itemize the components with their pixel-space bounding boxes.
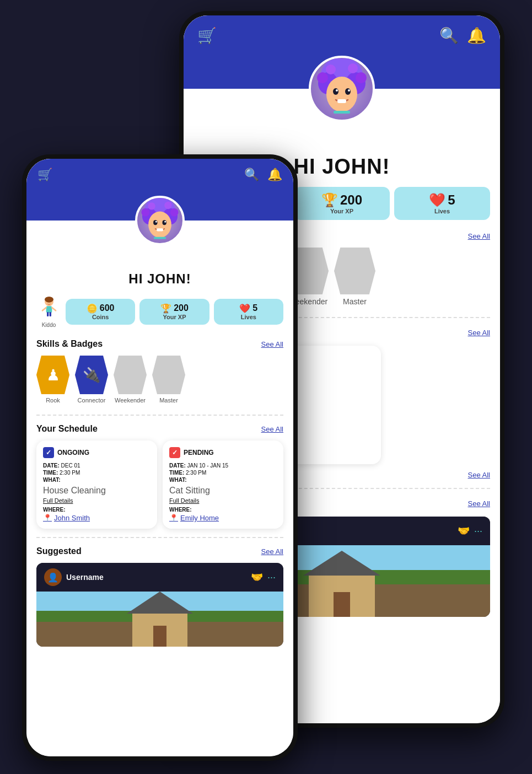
back-bell-icon[interactable]: 🔔 bbox=[467, 26, 486, 45]
svg-rect-30 bbox=[46, 306, 52, 313]
front-ongoing-date: DATE: DEC 01 bbox=[43, 463, 151, 469]
front-xp-label: Your XP bbox=[163, 314, 186, 320]
svg-point-7 bbox=[326, 77, 357, 112]
back-heart-icon[interactable]: 🤝 bbox=[458, 525, 470, 537]
front-kiddo: Kiddo bbox=[36, 295, 61, 328]
back-suggested-actions: 🤝 ··· bbox=[458, 525, 482, 537]
back-xp-icon: 🏆 bbox=[321, 192, 338, 208]
front-ongoing-location-pin: 📍 bbox=[43, 514, 52, 522]
front-ongoing-where[interactable]: 📍 John Smith bbox=[43, 514, 151, 522]
back-schedule-see-all[interactable]: See All bbox=[468, 329, 490, 337]
front-house-image bbox=[36, 592, 283, 647]
front-schedule-see-all[interactable]: See All bbox=[261, 425, 283, 433]
front-pending-what-label: WHAT: bbox=[169, 477, 277, 483]
back-stat-xp: 🏆 200 Your XP bbox=[294, 187, 390, 220]
front-house-door bbox=[153, 626, 166, 647]
front-app-content: 🛒 🔍 🔔 bbox=[26, 159, 293, 756]
front-cart-icon[interactable]: 🛒 bbox=[37, 168, 52, 182]
front-pending-link[interactable]: Full Details bbox=[169, 497, 277, 504]
svg-rect-33 bbox=[47, 312, 49, 316]
svg-line-32 bbox=[52, 308, 56, 310]
front-app-header: 🛒 🔍 🔔 bbox=[26, 159, 293, 221]
front-ongoing-what-label: WHAT: bbox=[43, 477, 151, 483]
front-suggested-user: 👤 Username bbox=[44, 568, 104, 586]
front-suggested-avatar: 👤 bbox=[44, 568, 62, 586]
front-dots-icon[interactable]: ··· bbox=[267, 572, 276, 583]
svg-point-19 bbox=[148, 202, 155, 209]
front-pending-where[interactable]: 📍 Emily Home bbox=[169, 514, 277, 522]
back-avatar bbox=[309, 56, 375, 122]
front-master-label: Master bbox=[159, 397, 178, 404]
front-avatar-container bbox=[135, 196, 185, 245]
front-lives-value: 5 bbox=[252, 303, 257, 313]
front-connector-label: Connector bbox=[78, 397, 106, 404]
front-lives-label: Lives bbox=[241, 314, 256, 320]
back-stat-lives: ❤️ 5 Lives bbox=[394, 187, 490, 220]
front-suggested-title: Suggested bbox=[36, 546, 82, 556]
front-ongoing-what: House Cleaning bbox=[43, 486, 151, 496]
svg-point-24 bbox=[155, 221, 157, 223]
front-badge-master: Master bbox=[152, 356, 185, 404]
front-xp-value: 200 bbox=[174, 303, 189, 313]
svg-point-22 bbox=[153, 220, 157, 225]
back-badges-see-all[interactable]: See All bbox=[468, 232, 490, 240]
svg-point-20 bbox=[164, 202, 171, 209]
back-avatar-container bbox=[309, 56, 375, 122]
back-lives-label: Lives bbox=[434, 208, 450, 214]
front-pending-icon: ✓ bbox=[169, 447, 180, 458]
front-ongoing-label: ONGOING bbox=[57, 449, 89, 456]
front-suggested-card: 👤 Username 🤝 ··· bbox=[36, 563, 283, 647]
back-master-icon bbox=[334, 248, 375, 294]
front-suggested-header: Suggested See All bbox=[36, 546, 283, 556]
back-xp-label: Your XP bbox=[330, 208, 353, 214]
svg-point-21 bbox=[148, 212, 171, 238]
front-card-pending: ✓ PENDING DATE: JAN 10 - JAN 15 TIME: 2:… bbox=[163, 440, 283, 529]
front-avatar bbox=[135, 196, 185, 245]
front-pending-where-label: WHERE: bbox=[169, 507, 277, 513]
front-ongoing-where-value: John Smith bbox=[54, 514, 90, 522]
back-suggested-see-all[interactable]: See All bbox=[468, 499, 490, 508]
front-stat-xp: 🏆 200 Your XP bbox=[139, 299, 209, 325]
front-pending-where-value: Emily Home bbox=[180, 514, 219, 522]
front-schedule-cards: ✓ ONGOING DATE: DEC 01 TIME: 2:30 PM WHA… bbox=[36, 440, 283, 529]
back-suggested-see-all-top[interactable]: See All bbox=[468, 471, 490, 479]
phone-front: 🛒 🔍 🔔 bbox=[22, 154, 298, 761]
front-card-ongoing: ✓ ONGOING DATE: DEC 01 TIME: 2:30 PM WHA… bbox=[36, 440, 157, 529]
front-badges-header: Skills & Badges See All bbox=[36, 339, 283, 349]
front-rook-icon: ♟ bbox=[36, 356, 69, 394]
front-badges-see-all[interactable]: See All bbox=[261, 340, 283, 348]
svg-point-17 bbox=[141, 208, 149, 217]
front-coin-label: Coins bbox=[92, 314, 109, 320]
svg-line-31 bbox=[42, 308, 46, 310]
front-suggested-card-header: 👤 Username 🤝 ··· bbox=[36, 563, 283, 592]
front-pending-what: Cat Sitting bbox=[169, 486, 277, 496]
front-connector-icon: 🔌 bbox=[75, 356, 108, 394]
front-ongoing-time: TIME: 2:30 PM bbox=[43, 470, 151, 476]
svg-point-5 bbox=[326, 64, 336, 74]
front-suggested-see-all[interactable]: See All bbox=[261, 547, 283, 556]
svg-rect-27 bbox=[154, 237, 166, 239]
back-header-right-icons: 🔍 🔔 bbox=[439, 26, 486, 45]
front-lives-icon: ❤️ bbox=[239, 303, 250, 314]
back-dots-icon[interactable]: ··· bbox=[474, 525, 482, 537]
front-ongoing-link[interactable]: Full Details bbox=[43, 497, 151, 504]
svg-rect-26 bbox=[157, 228, 163, 231]
front-bell-icon[interactable]: 🔔 bbox=[267, 168, 282, 182]
back-cart-icon[interactable]: 🛒 bbox=[197, 26, 217, 45]
front-coin-icon: 🪙 bbox=[87, 303, 98, 314]
front-search-icon[interactable]: 🔍 bbox=[244, 168, 259, 182]
svg-point-11 bbox=[348, 89, 350, 92]
front-pending-time: TIME: 2:30 PM bbox=[169, 470, 277, 476]
front-badge-rook: ♟ Rook bbox=[36, 356, 69, 404]
back-xp-value: 200 bbox=[340, 192, 362, 208]
svg-point-10 bbox=[336, 89, 338, 92]
back-search-icon[interactable]: 🔍 bbox=[439, 26, 459, 45]
front-pending-location-pin: 📍 bbox=[169, 514, 178, 522]
svg-rect-13 bbox=[334, 111, 350, 114]
front-house-roof bbox=[127, 592, 193, 614]
front-ongoing-icon: ✓ bbox=[43, 447, 54, 458]
front-heart-icon[interactable]: 🤝 bbox=[251, 571, 263, 583]
back-avatar-svg bbox=[311, 58, 372, 119]
front-suggested-username: Username bbox=[66, 573, 104, 582]
front-divider-2 bbox=[36, 537, 283, 538]
